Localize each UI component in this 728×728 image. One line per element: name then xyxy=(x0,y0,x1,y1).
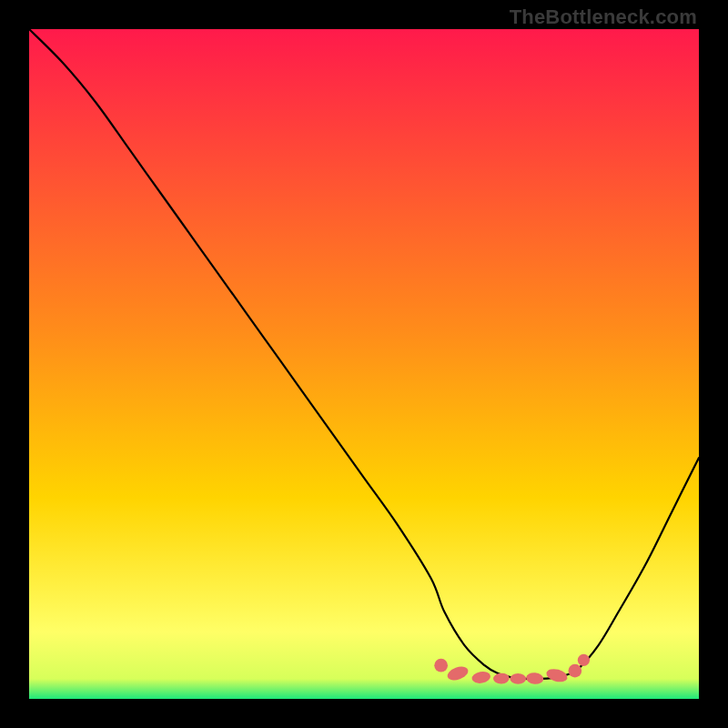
valley-marker xyxy=(510,673,526,684)
chart-frame xyxy=(29,29,699,699)
valley-marker xyxy=(578,654,590,666)
gradient-background xyxy=(29,29,699,699)
valley-marker xyxy=(434,659,448,672)
watermark-text: TheBottleneck.com xyxy=(510,5,697,29)
chart-svg xyxy=(29,29,699,699)
valley-marker xyxy=(568,664,581,678)
